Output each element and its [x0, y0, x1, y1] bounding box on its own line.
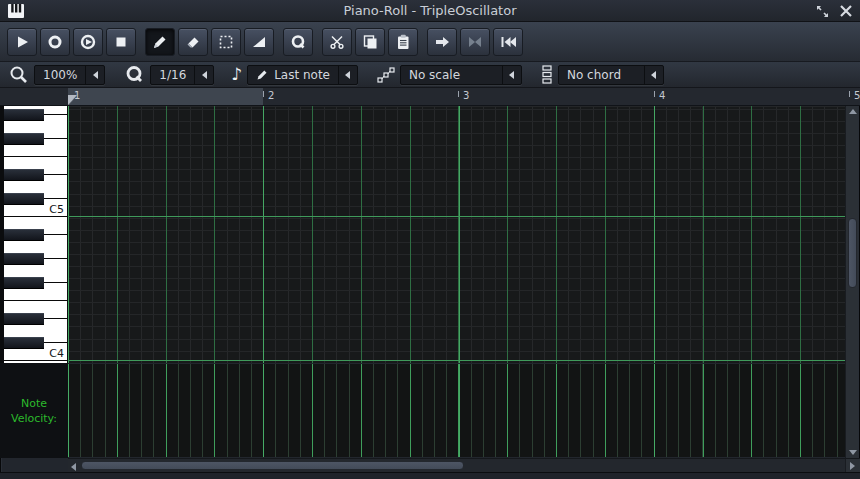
- scroll-left-icon[interactable]: [71, 463, 76, 471]
- restore-icon[interactable]: [814, 3, 830, 19]
- chord-dropdown-arrow-icon[interactable]: [644, 66, 663, 84]
- quantize-select[interactable]: 1/16: [150, 65, 214, 85]
- scrollbar-corner[interactable]: [845, 458, 860, 472]
- record-button[interactable]: [40, 28, 70, 56]
- paste-icon: [394, 33, 412, 51]
- horizontal-scrollbar[interactable]: [68, 458, 845, 472]
- velocity-label-line2: Velocity:: [11, 411, 57, 426]
- black-key-f-sharp5[interactable]: [4, 133, 44, 145]
- close-icon[interactable]: [838, 3, 854, 19]
- scroll-right-icon[interactable]: [850, 462, 855, 470]
- arrow-right-icon: [433, 33, 451, 51]
- keyboard-octave-4: [4, 217, 67, 361]
- transport-toolbar: [0, 22, 860, 62]
- window-title: Piano-Roll - TripleOscillator: [0, 3, 860, 18]
- zoom-dropdown-arrow-icon[interactable]: [85, 66, 104, 84]
- note-length-dropdown-arrow-icon[interactable]: [338, 66, 357, 84]
- stop-icon: [112, 33, 130, 51]
- scale-icon: [377, 67, 395, 83]
- draw-mode-button[interactable]: [145, 28, 175, 56]
- bar-tick: [263, 91, 264, 97]
- note-grid[interactable]: [68, 106, 845, 363]
- scroll-down-icon[interactable]: [849, 450, 857, 455]
- scale-dropdown-arrow-icon[interactable]: [502, 66, 521, 84]
- quantize-value: 1/16: [151, 66, 194, 84]
- black-key-f-sharp4[interactable]: [4, 277, 44, 289]
- chord-value: No chord: [559, 66, 644, 84]
- bar-number: 2: [268, 90, 274, 101]
- select-mode-button[interactable]: [211, 28, 241, 56]
- record-icon: [46, 33, 64, 51]
- pencil-icon: [151, 33, 169, 51]
- playhead-marker[interactable]: [68, 95, 77, 105]
- piano-icon: [8, 4, 24, 18]
- quantize-q-icon: [124, 64, 145, 85]
- bar-number: 5: [854, 90, 860, 101]
- zoom-select[interactable]: 100%: [34, 65, 105, 85]
- vertical-scrollbar[interactable]: [845, 106, 858, 458]
- black-key-g-sharp4[interactable]: [4, 253, 44, 265]
- triangles-inward-icon: [466, 33, 484, 51]
- velocity-grid[interactable]: [68, 364, 845, 457]
- play-icon: [13, 33, 31, 51]
- bar-tick: [849, 91, 850, 97]
- bar-number: 4: [659, 90, 665, 101]
- eraser-icon: [184, 33, 202, 51]
- black-key-d-sharp5[interactable]: [4, 169, 44, 181]
- settings-toolbar: 100% 1/16 ♪ Last note: [0, 62, 860, 88]
- erase-mode-button[interactable]: [178, 28, 208, 56]
- quantize-dropdown-arrow-icon[interactable]: [194, 66, 213, 84]
- chord-select[interactable]: No chord: [558, 65, 664, 85]
- timeline-track[interactable]: 1 2 3 4 5: [68, 88, 860, 105]
- velocity-label-line1: Note: [21, 396, 47, 411]
- progress-forward-button[interactable]: [427, 28, 457, 56]
- play-button[interactable]: [7, 28, 37, 56]
- scissors-icon: [328, 33, 346, 51]
- zoom-value: 100%: [35, 66, 85, 84]
- c5-grid-line: [68, 216, 845, 217]
- stop-button[interactable]: [106, 28, 136, 56]
- paste-button[interactable]: [388, 28, 418, 56]
- detune-mode-button[interactable]: [244, 28, 274, 56]
- horizontal-scrollbar-handle[interactable]: [81, 461, 464, 470]
- skip-to-start-icon: [498, 33, 518, 51]
- keyboard-octave-5: [4, 106, 67, 217]
- note-length-value: Last note: [248, 66, 338, 84]
- zoom-icon: [8, 64, 29, 85]
- scale-value: No scale: [401, 66, 502, 84]
- c4-grid-line: [68, 360, 845, 361]
- vertical-scrollbar-handle[interactable]: [848, 218, 857, 288]
- bar-tick: [458, 91, 459, 97]
- piano-roll-main: C5 C4: [0, 106, 860, 363]
- bar-tick: [654, 91, 655, 97]
- velocity-label-panel: Note Velocity:: [0, 363, 68, 458]
- piano-roll-window: Piano-Roll - TripleOscillator: [0, 0, 860, 479]
- scale-select[interactable]: No scale: [400, 65, 522, 85]
- black-key-a-sharp4[interactable]: [4, 229, 44, 241]
- note-icon: ♪: [231, 66, 242, 83]
- note-length-select[interactable]: Last note: [247, 65, 358, 85]
- timeline[interactable]: 1 2 3 4 5: [0, 88, 860, 106]
- black-key-d-sharp4[interactable]: [4, 313, 44, 325]
- key-label-c5: C5: [4, 204, 64, 216]
- key-label-c4: C4: [4, 348, 64, 360]
- scroll-up-icon[interactable]: [849, 109, 857, 114]
- black-key-g-sharp5[interactable]: [4, 109, 44, 121]
- copy-icon: [361, 33, 379, 51]
- window-bottom-border: [0, 472, 860, 479]
- detune-icon: [250, 33, 268, 51]
- copy-button[interactable]: [355, 28, 385, 56]
- progress-pause-button[interactable]: [460, 28, 490, 56]
- select-icon: [217, 33, 235, 51]
- record-while-playing-button[interactable]: [73, 28, 103, 56]
- velocity-pane: Note Velocity:: [0, 363, 860, 458]
- record-play-icon: [79, 33, 97, 51]
- chord-icon: [542, 65, 553, 84]
- quantize-button[interactable]: [283, 28, 313, 56]
- pattern-length-highlight: [68, 88, 263, 105]
- back-to-start-button[interactable]: [493, 28, 523, 56]
- bar-number: 3: [463, 90, 469, 101]
- cut-button[interactable]: [322, 28, 352, 56]
- titlebar[interactable]: Piano-Roll - TripleOscillator: [0, 0, 860, 22]
- piano-keyboard[interactable]: C5 C4: [0, 106, 68, 363]
